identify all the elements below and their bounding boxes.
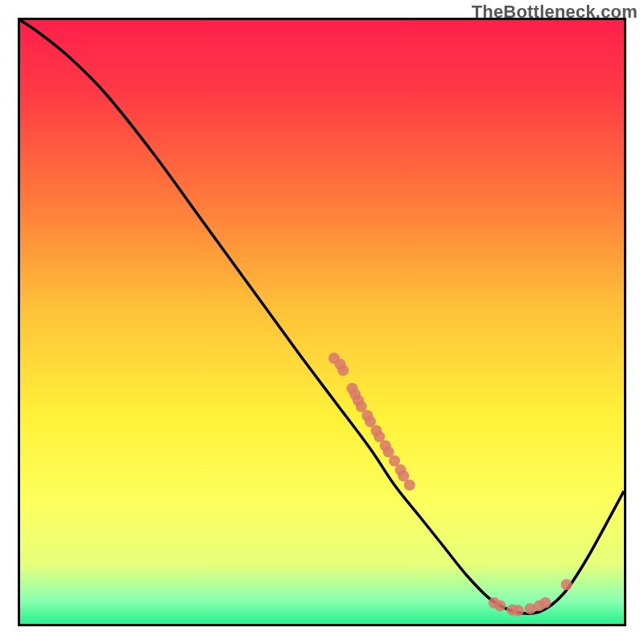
- bottleneck-curve: [20, 20, 624, 613]
- data-point: [561, 579, 572, 590]
- data-point: [404, 480, 415, 491]
- data-point: [337, 365, 349, 376]
- data-point: [494, 601, 506, 612]
- chart-svg: [20, 20, 624, 624]
- data-point: [540, 597, 551, 609]
- scatter-group: [328, 353, 572, 617]
- chart-frame: TheBottleneck.com: [0, 0, 644, 644]
- data-point: [513, 605, 524, 617]
- plot-area: [18, 18, 626, 626]
